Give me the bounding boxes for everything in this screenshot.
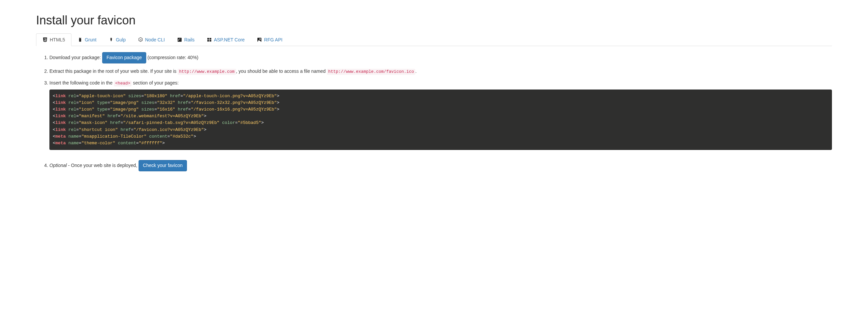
rfg-icon bbox=[257, 37, 262, 42]
step-text: . bbox=[415, 68, 416, 74]
tab-node[interactable]: JS Node CLI bbox=[132, 33, 171, 46]
svg-rect-2 bbox=[207, 38, 209, 39]
tab-html5[interactable]: HTML5 bbox=[36, 33, 71, 46]
example-url: http://www.example.com bbox=[178, 69, 236, 75]
page-title: Install your favicon bbox=[36, 13, 832, 27]
favicon-package-button[interactable]: Favicon package bbox=[102, 52, 146, 63]
code-block[interactable]: <link rel="apple-touch-icon" sizes="180x… bbox=[50, 90, 832, 150]
gulp-icon bbox=[108, 37, 114, 42]
svg-text:JS: JS bbox=[139, 39, 142, 41]
step-text: , you should be able to access a file na… bbox=[236, 68, 327, 74]
svg-rect-1 bbox=[178, 38, 182, 42]
tab-aspnet[interactable]: ASP.NET Core bbox=[200, 33, 251, 46]
tab-label: HTML5 bbox=[50, 37, 65, 42]
tab-rails[interactable]: Rails bbox=[171, 33, 200, 46]
tab-label: ASP.NET Core bbox=[214, 37, 245, 42]
tab-label: Rails bbox=[184, 37, 195, 42]
favicon-url: http://www.example.com/favicon.ico bbox=[327, 69, 415, 75]
step-text: Insert the following code in the bbox=[50, 80, 114, 86]
svg-rect-4 bbox=[207, 40, 209, 41]
step-text: - Once your web site is deployed, bbox=[67, 163, 138, 168]
tab-label: RFG API bbox=[264, 37, 282, 42]
step-insert-code: Insert the following code in the <head> … bbox=[50, 79, 832, 150]
tab-label: Grunt bbox=[85, 37, 96, 42]
grunt-icon bbox=[78, 37, 83, 42]
step-text: Extract this package in the root of your… bbox=[50, 68, 178, 74]
svg-rect-3 bbox=[209, 38, 211, 39]
compression-rate: (compression rate: 40%) bbox=[148, 55, 199, 60]
optional-label: Optional bbox=[50, 163, 67, 168]
html5-icon bbox=[42, 37, 48, 42]
windows-icon bbox=[207, 37, 212, 42]
step-text: Download your package: bbox=[50, 55, 102, 60]
step-download: Download your package: Favicon package (… bbox=[50, 52, 832, 63]
step-text: section of your pages: bbox=[133, 80, 179, 86]
tab-rfg[interactable]: RFG API bbox=[251, 33, 288, 46]
rails-icon bbox=[177, 37, 182, 42]
svg-point-7 bbox=[259, 38, 261, 40]
nodejs-icon: JS bbox=[138, 37, 143, 42]
step-extract: Extract this package in the root of your… bbox=[50, 67, 832, 75]
check-favicon-button[interactable]: Check your favicon bbox=[138, 160, 187, 171]
svg-rect-5 bbox=[209, 40, 211, 41]
tab-content: Download your package: Favicon package (… bbox=[36, 46, 832, 171]
tab-label: Gulp bbox=[116, 37, 126, 42]
install-steps: Download your package: Favicon package (… bbox=[36, 52, 832, 171]
tab-label: Node CLI bbox=[145, 37, 165, 42]
head-tag-code: <head> bbox=[114, 81, 131, 87]
tab-grunt[interactable]: Grunt bbox=[71, 33, 102, 46]
step-optional-check: Optional - Once your web site is deploye… bbox=[50, 160, 832, 171]
tab-gulp[interactable]: Gulp bbox=[102, 33, 132, 46]
nav-tabs: HTML5 Grunt Gulp JS Node CLI Rails ASP.N… bbox=[36, 33, 832, 46]
